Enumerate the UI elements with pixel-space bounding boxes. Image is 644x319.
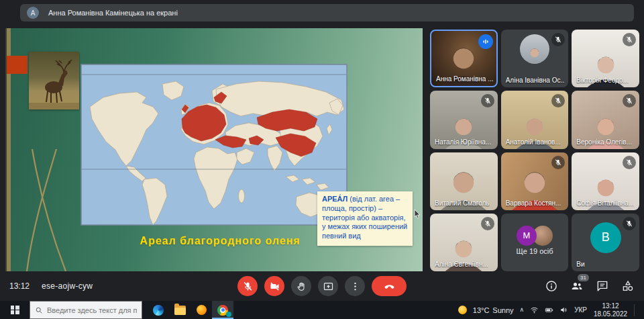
present-screen-button[interactable] <box>318 276 338 296</box>
file-explorer-icon <box>174 306 186 315</box>
hidden-icons-chevron[interactable]: ∧ <box>520 306 525 313</box>
participant-tile[interactable]: Варвара Костян... <box>501 152 569 210</box>
participant-tile[interactable]: Анна Романівна ... <box>430 30 498 87</box>
weather-temp: 13°C <box>473 306 490 314</box>
meeting-time: 13:12 <box>9 281 30 291</box>
language-indicator[interactable]: УКР <box>574 306 587 314</box>
people-icon <box>570 279 584 293</box>
mic-toggle-button[interactable] <box>237 276 258 296</box>
call-controls <box>237 276 407 296</box>
self-label: Ви <box>576 261 584 268</box>
presenter-avatar: А <box>27 7 39 19</box>
mic-off-icon <box>623 217 636 230</box>
participant-name: Вероніка Олегів... <box>576 138 632 146</box>
windows-taskbar: 13°C Sunny ∧ УКР 13:12 18.05.2022 <box>0 301 644 319</box>
show-desktop-button[interactable] <box>641 301 644 319</box>
chat-icon <box>596 279 609 293</box>
chrome-app-button[interactable] <box>212 301 233 319</box>
camera-off-icon <box>269 281 280 292</box>
mic-off-icon <box>481 217 494 230</box>
edge-app-button[interactable] <box>148 301 169 319</box>
edge-icon <box>153 305 164 316</box>
world-range-map <box>80 64 347 226</box>
mic-off-icon <box>481 94 494 107</box>
participant-name: Аліна Іванівна Ос... <box>506 77 566 84</box>
orange-app-button[interactable] <box>191 301 212 319</box>
mic-off-icon <box>623 156 636 169</box>
raise-hand-button[interactable] <box>291 276 311 296</box>
more-participants-tile[interactable]: M Ще 19 осіб <box>501 214 569 271</box>
taskbar-date: 18.05.2022 <box>593 310 628 318</box>
participant-tile[interactable]: Виталий Смаголь <box>430 152 498 210</box>
participant-tile[interactable]: Аліна Іванівна Ос... <box>501 30 569 87</box>
slide-decorative-curves <box>17 149 85 271</box>
wifi-icon[interactable] <box>530 306 539 314</box>
participant-count-badge: 31 <box>578 274 589 281</box>
participant-tile[interactable]: Вероніка Олегів... <box>572 91 639 148</box>
file-explorer-button[interactable] <box>169 301 191 319</box>
taskbar-clock[interactable]: 13:12 18.05.2022 <box>593 302 628 318</box>
participant-name: Вікторія Феодо... <box>576 77 629 84</box>
participant-tile[interactable]: Анатолій Іванов... <box>501 91 569 148</box>
screenshare-notification-text: Анна Романівна Камінецька на екрані <box>48 9 178 17</box>
activities-button[interactable] <box>621 279 635 293</box>
mic-off-icon <box>551 33 565 46</box>
participant-name: Софія Віталіївна... <box>576 199 634 207</box>
info-icon <box>545 279 558 293</box>
taskbar-app-icons <box>148 301 233 319</box>
audio-level-icon <box>478 34 493 49</box>
meet-control-bar: 13:12 ese-aojw-cyw 31 <box>0 271 644 301</box>
participant-name: Наталія Юріївна... <box>435 138 491 146</box>
screenshare-notification: А Анна Романівна Камінецька на екрані <box>20 4 634 21</box>
raise-hand-icon <box>296 281 307 292</box>
start-button[interactable] <box>0 301 30 319</box>
weather-condition: Sunny <box>492 306 513 314</box>
participant-grid: Анна Романівна ... Аліна Іванівна Ос... … <box>430 30 639 271</box>
system-tray: 13°C Sunny ∧ УКР 13:12 18.05.2022 <box>458 301 644 319</box>
participant-name: Анна Романівна ... <box>436 75 493 83</box>
participant-tile[interactable]: Наталія Юріївна... <box>430 91 498 148</box>
chrome-profile-badge <box>226 312 231 317</box>
orange-app-icon <box>197 305 207 315</box>
participant-tile[interactable]: Аліна Євгеніївн... <box>430 214 498 271</box>
battery-icon[interactable] <box>545 306 553 314</box>
end-call-button[interactable] <box>372 276 407 296</box>
participant-tile[interactable]: Софія Віталіївна... <box>572 152 639 210</box>
avatar: M <box>517 226 537 246</box>
camera-toggle-button[interactable] <box>264 276 284 296</box>
sun-icon <box>458 306 467 314</box>
mic-off-icon <box>623 94 636 107</box>
slide-title: Ареал благородного оленя <box>86 235 354 247</box>
stacked-avatars: M <box>517 226 553 246</box>
deer-photo <box>29 52 79 109</box>
activities-icon <box>621 279 635 293</box>
mic-off-icon <box>551 94 565 107</box>
participant-name: Аліна Євгеніївн... <box>435 261 488 268</box>
mic-off-icon <box>551 156 565 169</box>
mic-off-icon <box>242 281 254 292</box>
avatar <box>520 34 549 64</box>
mouse-cursor <box>414 210 421 219</box>
taskbar-search[interactable] <box>30 301 142 319</box>
participant-name: Анатолій Іванов... <box>506 138 561 146</box>
weather-widget[interactable]: 13°C Sunny <box>473 306 514 314</box>
windows-start-icon <box>11 306 19 314</box>
self-tile[interactable]: В Ви <box>572 214 639 271</box>
chat-panel-button[interactable] <box>596 279 609 293</box>
more-options-icon <box>350 281 361 292</box>
participant-name: Виталий Смаголь <box>435 199 490 207</box>
search-input[interactable] <box>47 306 137 314</box>
shared-screen-stage: Ареал благородного оленя АРЕА́Л (від лат… <box>5 28 423 271</box>
definition-textbox: АРЕА́Л (від лат. area – площа, простір) … <box>317 191 413 246</box>
mic-off-icon <box>623 33 636 46</box>
more-options-button[interactable] <box>345 276 365 296</box>
meeting-details-button[interactable] <box>545 279 558 293</box>
meet-panel-icons: 31 <box>545 271 635 301</box>
self-avatar: В <box>590 222 621 253</box>
definition-term: АРЕА́Л <box>322 195 347 203</box>
volume-icon[interactable] <box>559 306 568 314</box>
present-screen-icon <box>323 281 334 292</box>
participants-panel-button[interactable]: 31 <box>570 279 584 293</box>
search-icon <box>35 306 43 314</box>
participant-tile[interactable]: Вікторія Феодо... <box>572 30 639 87</box>
